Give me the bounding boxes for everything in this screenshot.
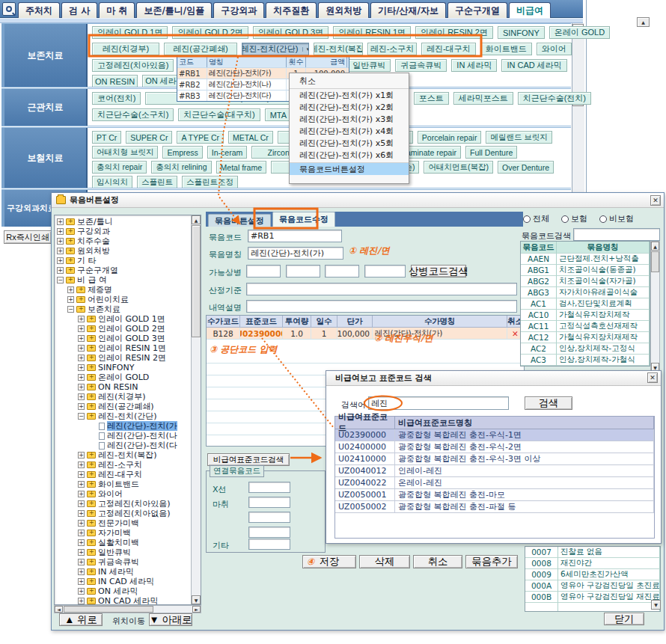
tree-item[interactable]: ON RESIN [55, 382, 190, 392]
bundle-list-row[interactable]: ABG2 치조골이식술(자가골) [521, 276, 650, 287]
tree-item[interactable]: 제증명 [55, 285, 190, 295]
treatment-button[interactable]: 치근단수술(전치) [518, 92, 591, 105]
treatment-button[interactable]: 어태치형 브릿지 [92, 146, 158, 159]
tree-toggle-icon[interactable] [78, 559, 85, 565]
tree-toggle-icon[interactable] [78, 588, 85, 595]
tree-item[interactable]: 인레이 GOLD 3면 [55, 334, 190, 343]
tree-toggle-icon[interactable] [78, 481, 85, 488]
tree-item[interactable]: 어린이치료 [55, 295, 190, 304]
context-menu-item[interactable]: 묶음코드버튼설정 [290, 162, 409, 175]
tree-toggle-icon[interactable] [67, 306, 74, 313]
tree-item[interactable]: 레진(간단)-전치(다 [55, 441, 190, 450]
tree-scroll-down-button[interactable]: ▼ [192, 595, 201, 604]
context-menu-item[interactable]: 레진(간단)-전치(가) x1회 [290, 88, 409, 101]
tree-toggle-icon[interactable] [57, 257, 64, 264]
treatment-button[interactable]: 스플린트 [137, 176, 177, 188]
bundle-list-row[interactable]: 0007 진찰료 없음 [525, 547, 660, 558]
context-menu-item[interactable]: 취소 [290, 75, 409, 87]
tree-item[interactable]: 치주수술 [55, 236, 190, 246]
treatment-button[interactable]: Full Denture [465, 146, 517, 159]
tree-item[interactable]: 레진(공간폐쇄) [55, 402, 190, 411]
close-button[interactable]: 닫기 [604, 613, 644, 625]
tree-toggle-icon[interactable] [78, 384, 85, 390]
tree-toggle-icon[interactable] [78, 549, 85, 556]
diagnosis-input-2[interactable] [286, 265, 320, 277]
tree-toggle-icon[interactable] [78, 325, 85, 332]
radio-option[interactable]: 비보험 [599, 213, 634, 224]
tree-toggle-icon[interactable] [78, 510, 85, 517]
treatment-button[interactable]: ON RESIN▼ [92, 75, 138, 88]
treatment-button[interactable]: 온레이 GOLD▼ [549, 26, 610, 39]
radio-option[interactable]: 전체 [523, 213, 549, 224]
bundle-list-row[interactable] [525, 603, 660, 612]
context-menu-item[interactable]: 레진(간단)-전치(가) x2회 [290, 101, 409, 113]
tree-item[interactable]: 비 급 여 [55, 275, 190, 285]
right-scroll-up-button[interactable]: ▲ [637, 17, 650, 27]
treatment-button[interactable]: 인레이 GOLD 2면▼ [172, 26, 248, 39]
tree-item[interactable]: SINFONY [55, 363, 190, 372]
top-tab[interactable]: 치주질환 [266, 2, 317, 18]
context-menu-item[interactable]: 레진(간단)-전치(가) x5회 [290, 137, 409, 149]
tree-toggle-icon[interactable] [67, 286, 74, 293]
context-menu-item[interactable]: 레진(간단)-전치(가) x3회 [290, 113, 409, 125]
top-tab[interactable]: 마 취 [99, 2, 135, 18]
treatment-button[interactable]: In-ceram [207, 146, 247, 159]
radio-option[interactable]: 보험 [561, 213, 587, 224]
dialog-titlebar[interactable]: 비급여보고 표준코드 검색 [326, 371, 661, 386]
dialog-titlebar[interactable]: 묶음버튼설정 [52, 193, 664, 208]
tree-toggle-icon[interactable] [78, 520, 85, 527]
close-icon[interactable]: ✕ [650, 195, 661, 206]
main-scrollbar-track[interactable] [572, 23, 584, 193]
treatment-button[interactable]: 인레이 GOLD 1면▼ [92, 26, 168, 39]
treatment-button[interactable]: 임시의치 [92, 176, 132, 188]
tree-item[interactable]: 레진(치경부) [55, 392, 190, 402]
bundle-list-scroll-up[interactable]: ▲ [651, 242, 659, 251]
treatment-button[interactable]: 레진-전치(복잡)▼ [314, 43, 363, 55]
add-bundle-button[interactable]: 묶음추가 [465, 555, 518, 568]
tree-item[interactable]: 자가미백 [55, 528, 190, 538]
treatment-button[interactable]: SUPER Cr [126, 131, 172, 144]
tree-item[interactable]: 인레이 RESIN 2면 [55, 353, 190, 363]
tree-scroll-left-button[interactable]: ◄ [55, 606, 63, 613]
top-tab[interactable]: 구순구개열 [447, 2, 507, 18]
tree-toggle-icon[interactable] [78, 491, 85, 497]
treatment-button[interactable]: IN CAD 세라믹▼ [501, 59, 566, 72]
treatment-button[interactable]: 레진-소구치▼ [367, 43, 417, 55]
treatment-button[interactable]: 인레이 GOLD 3면▼ [253, 26, 329, 39]
treatment-button[interactable]: Empress [162, 146, 202, 159]
tab-bundle-code-edit[interactable]: 묶음코드수정 [272, 212, 335, 227]
tree-toggle-icon[interactable] [78, 364, 85, 371]
bundle-list-row[interactable]: AAEN 근단절제.전치+낭적출 [521, 254, 650, 265]
treatment-button[interactable]: MTA [265, 108, 292, 121]
bundle-list-row[interactable]: ABG3 자가치아유래골이식술 [521, 287, 650, 298]
charge-table-row[interactable]: B128 U02390000 1.0 1 100,000 레진(간단)-전치(가… [207, 328, 524, 340]
bundle-search-input[interactable] [573, 228, 660, 241]
bundle-list-row[interactable]: AC3 인상,장치제작-가철식 [521, 355, 650, 366]
search-button[interactable]: 검색 [525, 396, 572, 410]
delete-button[interactable]: 삭제 [359, 555, 410, 568]
move-down-button[interactable]: ▼ 아래로 [149, 613, 192, 626]
calc-standard-input[interactable] [246, 283, 517, 295]
treatment-button[interactable]: Metal frame [216, 161, 266, 174]
treatment-button[interactable]: SINFONY▼ [498, 26, 545, 39]
context-menu-item[interactable]: 레진(간단)-전치(가) x4회 [290, 125, 409, 137]
tree-scroll-thumb[interactable] [192, 225, 201, 337]
anesthesia-input[interactable] [248, 497, 290, 508]
tree-toggle-icon[interactable] [57, 218, 64, 225]
top-tab[interactable]: 구강외과 [213, 2, 264, 18]
tree-item[interactable]: 귀금속큐빅 [55, 557, 190, 567]
tree-item[interactable]: 고정레진(치아없음) [55, 509, 190, 518]
move-up-button[interactable]: ▲ 위로 [59, 613, 103, 626]
treatment-button[interactable]: Porcelain repair [418, 131, 482, 144]
tree-item[interactable]: 인레이 RESIN 1면 [55, 343, 190, 353]
treatment-button[interactable]: 총의치 relining [151, 161, 211, 174]
tree-item[interactable]: ON CAD 세라믹 [55, 596, 190, 605]
treatment-button[interactable]: A TYPE Cr [177, 131, 224, 144]
treatment-button[interactable]: 치근단수술(소구치) [92, 108, 174, 121]
tree-item[interactable]: 보존/틀니 [55, 217, 190, 227]
bundle-list-row[interactable]: 000B 영유아 구강검진당일 재진료 [525, 592, 660, 603]
bundle-list-row[interactable]: ABG1 치조골이식술(동종골) [521, 265, 650, 276]
tree-scroll-right-button[interactable]: ► [192, 606, 201, 613]
tree-item[interactable]: IN CAD 세라믹 [55, 577, 190, 586]
diagnosis-input-1[interactable] [246, 265, 281, 277]
